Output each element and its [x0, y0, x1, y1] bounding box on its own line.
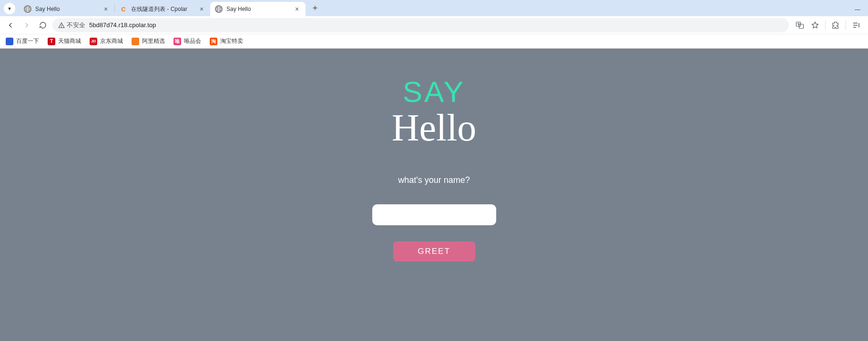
svg-point-2: [61, 27, 62, 27]
new-tab-button[interactable]: +: [308, 1, 322, 15]
minimize-button[interactable]: —: [847, 3, 868, 16]
translate-icon[interactable]: [795, 20, 805, 30]
close-icon[interactable]: ×: [293, 5, 301, 13]
security-indicator[interactable]: 不安全: [58, 21, 85, 30]
bookmark-icon: 淘: [210, 38, 217, 45]
heading-line2: Hello: [392, 109, 477, 147]
divider: [825, 20, 826, 30]
bookmarks-bar: 百度一下 T 天猫商城 JD 京东商城 阿里精选 唯 唯品会 淘 淘宝特卖: [0, 34, 868, 49]
url-text: 5bd87d74.r18.cpolar.top: [89, 21, 783, 29]
bookmark-icon: 唯: [174, 38, 181, 45]
toolbar: 不安全 5bd87d74.r18.cpolar.top: [0, 16, 868, 34]
tab-title: 在线隧道列表 - Cpolar: [131, 5, 194, 13]
bookmark-taobao[interactable]: 淘 淘宝特卖: [210, 37, 243, 45]
bookmark-ali[interactable]: 阿里精选: [132, 37, 165, 45]
bookmark-label: 百度一下: [16, 37, 39, 45]
globe-icon: [215, 5, 223, 13]
bookmark-label: 天猫商城: [58, 37, 81, 45]
greet-button[interactable]: GREET: [393, 241, 475, 261]
name-prompt: what's your name?: [398, 175, 470, 185]
divider: [846, 20, 846, 30]
bookmark-jd[interactable]: JD 京东商城: [90, 37, 123, 45]
chevron-down-icon: ▾: [8, 5, 11, 12]
tab-strip: ▾ Say Hello × C 在线隧道列表 - Cpolar ×: [0, 0, 868, 16]
bookmark-icon: JD: [90, 38, 97, 45]
tab-title: Say Hello: [226, 6, 289, 12]
bookmark-label: 阿里精选: [142, 37, 165, 45]
close-icon[interactable]: ×: [198, 5, 205, 13]
close-icon[interactable]: ×: [102, 5, 110, 13]
security-label: 不安全: [67, 21, 85, 30]
bookmark-label: 唯品会: [184, 37, 201, 45]
globe-icon: [24, 5, 31, 13]
warning-icon: [58, 22, 65, 29]
toolbar-right: [792, 20, 864, 30]
bookmark-baidu[interactable]: 百度一下: [6, 37, 39, 45]
tab-search-button[interactable]: ▾: [4, 3, 15, 14]
tab-2[interactable]: Say Hello ×: [210, 2, 306, 16]
reload-button[interactable]: [36, 19, 50, 32]
address-bar[interactable]: 不安全 5bd87d74.r18.cpolar.top: [52, 18, 789, 32]
heading-line1: SAY: [403, 77, 465, 107]
window-controls: —: [847, 3, 868, 16]
bookmark-icon: T: [48, 38, 55, 45]
bookmark-icon: [6, 38, 13, 45]
star-icon[interactable]: [810, 20, 820, 30]
bookmark-tmall[interactable]: T 天猫商城: [48, 37, 81, 45]
bookmark-vip[interactable]: 唯 唯品会: [174, 37, 201, 45]
cpolar-favicon: C: [120, 5, 127, 13]
name-input[interactable]: [372, 204, 496, 225]
page-viewport: SAY Hello what's your name? GREET: [0, 49, 868, 341]
bookmark-icon: [132, 38, 139, 45]
forward-button[interactable]: [20, 19, 33, 32]
browser-chrome: ▾ Say Hello × C 在线隧道列表 - Cpolar ×: [0, 0, 868, 49]
bookmark-label: 淘宝特卖: [220, 37, 243, 45]
tab-title: Say Hello: [35, 6, 98, 12]
back-button[interactable]: [4, 19, 17, 32]
reading-list-icon[interactable]: [851, 20, 861, 30]
bookmark-label: 京东商城: [100, 37, 123, 45]
extensions-icon[interactable]: [830, 20, 841, 30]
tab-1[interactable]: C 在线隧道列表 - Cpolar ×: [115, 2, 210, 16]
tab-0[interactable]: Say Hello ×: [19, 2, 114, 16]
